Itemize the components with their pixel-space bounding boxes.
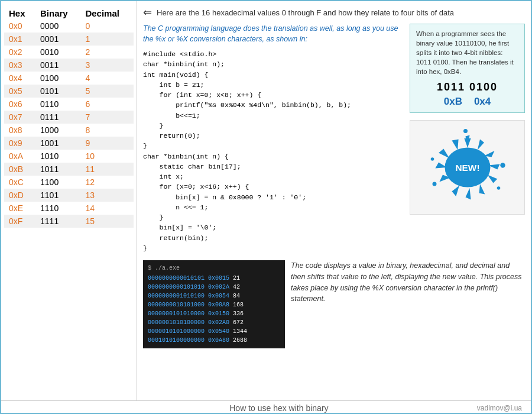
- table-row: 0xD110113: [4, 189, 134, 202]
- table-row: 0xE111014: [4, 202, 134, 215]
- page: Hex Binary Decimal 0x0000000x1000110x200…: [1, 1, 531, 414]
- terminal-line: 0000001010100000 0x02A0 672: [148, 318, 280, 327]
- svg-marker-13: [452, 140, 458, 150]
- header-bar: ⇐ Here are the 16 hexadecimal values 0 t…: [143, 6, 525, 19]
- svg-marker-3: [477, 140, 484, 150]
- nibble-text: When a programmer sees the binary value …: [416, 29, 518, 76]
- terminal-lines: 0000000000010101 0x0015 2100000000001010…: [148, 274, 280, 345]
- table-cell-1-1: 0001: [35, 33, 80, 46]
- table-cell-9-2: 9: [80, 137, 134, 150]
- table-cell-13-1: 1101: [35, 189, 80, 202]
- right-content: ⇐ Here are the 16 hexadecimal values 0 t…: [137, 1, 531, 400]
- table-cell-6-1: 0110: [35, 98, 80, 111]
- code-block: #include <stdio.h> char *binbin(int n); …: [143, 49, 404, 253]
- terminal-line: 0000000001010100 0x0054 84: [148, 292, 280, 300]
- nibble-box: When a programmer sees the binary value …: [410, 24, 525, 113]
- table-cell-11-2: 11: [80, 163, 134, 176]
- terminal-box: $ ./a.exe 0000000000010101 0x0015 210000…: [143, 260, 285, 348]
- table-cell-11-1: 1011: [35, 163, 80, 176]
- svg-marker-9: [452, 186, 459, 196]
- table-cell-8-0: 0x8: [4, 124, 35, 137]
- table-cell-1-0: 0x1: [4, 33, 35, 46]
- code-section: The C programming language does the tran…: [143, 24, 404, 253]
- main-content: Hex Binary Decimal 0x0000000x1000110x200…: [1, 1, 531, 400]
- svg-point-15: [500, 163, 505, 168]
- table-cell-3-2: 3: [80, 59, 134, 72]
- table-cell-8-1: 1000: [35, 124, 80, 137]
- arrow-icon: ⇐: [143, 6, 152, 19]
- footer-title: How to use hex with binary: [81, 403, 477, 413]
- intro-text: The C programming language does the tran…: [143, 24, 404, 44]
- table-cell-1-2: 1: [80, 33, 134, 46]
- table-row: 0x601106: [4, 98, 134, 111]
- table-cell-3-0: 0x3: [4, 59, 35, 72]
- table-cell-12-0: 0xC: [4, 176, 35, 189]
- table-cell-15-1: 1111: [35, 215, 80, 228]
- footer: How to use hex with binary vadimov@i.ua: [1, 400, 531, 414]
- bottom-description: The code displays a value in binary, hex…: [291, 260, 525, 348]
- table-cell-0-1: 0000: [35, 20, 80, 33]
- table-cell-3-1: 0011: [35, 59, 80, 72]
- terminal-line: 0000000000010101 0x0015 21: [148, 274, 280, 283]
- col-header-decimal: Decimal: [80, 7, 134, 20]
- hex-table-section: Hex Binary Decimal 0x0000000x1000110x200…: [1, 1, 137, 400]
- table-cell-5-2: 5: [80, 85, 134, 98]
- table-cell-9-1: 1001: [35, 137, 80, 150]
- table-cell-5-1: 0101: [35, 85, 80, 98]
- table-row: 0xC110012: [4, 176, 134, 189]
- svg-text:NEW!: NEW!: [455, 163, 479, 173]
- table-cell-14-0: 0xE: [4, 202, 35, 215]
- splash-area: NEW!: [410, 120, 525, 215]
- table-cell-2-1: 0010: [35, 46, 80, 59]
- table-cell-5-0: 0x5: [4, 85, 35, 98]
- terminal-line: 0000010101000000 0x0540 1344: [148, 327, 280, 336]
- table-cell-7-0: 0x7: [4, 111, 35, 124]
- table-cell-12-1: 1100: [35, 176, 80, 189]
- table-row: 0x000000: [4, 20, 134, 33]
- table-cell-7-2: 7: [80, 111, 134, 124]
- table-cell-14-2: 14: [80, 202, 134, 215]
- table-row: 0x810008: [4, 124, 134, 137]
- table-row: 0xA101010: [4, 150, 134, 163]
- table-row: 0x501015: [4, 85, 134, 98]
- table-row: 0x300113: [4, 59, 134, 72]
- svg-marker-12: [439, 149, 449, 159]
- table-row: 0xB101111: [4, 163, 134, 176]
- terminal-line: 0000000010101000 0x00A8 168: [148, 300, 280, 309]
- table-cell-13-2: 13: [80, 189, 134, 202]
- table-cell-6-0: 0x6: [4, 98, 35, 111]
- col-header-hex: Hex: [4, 7, 35, 20]
- table-row: 0x910019: [4, 137, 134, 150]
- terminal-line: 0000000000101010 0x002A 42: [148, 283, 280, 292]
- table-cell-2-0: 0x2: [4, 46, 35, 59]
- nibble-hex-b: 0xB: [444, 96, 462, 108]
- table-cell-4-0: 0x4: [4, 72, 35, 85]
- table-cell-8-2: 8: [80, 124, 134, 137]
- table-cell-4-1: 0100: [35, 72, 80, 85]
- table-cell-10-2: 10: [80, 150, 134, 163]
- table-row: 0x401004: [4, 72, 134, 85]
- table-row: 0x701117: [4, 111, 134, 124]
- terminal-prompt: $ ./a.exe: [148, 264, 280, 273]
- table-cell-15-0: 0xF: [4, 215, 35, 228]
- svg-point-17: [432, 182, 436, 186]
- col-header-binary: Binary: [35, 7, 80, 20]
- hex-table: Hex Binary Decimal 0x0000000x1000110x200…: [4, 7, 134, 228]
- nibble-hex: 0xB 0x4: [416, 96, 518, 108]
- top-section: The C programming language does the tran…: [143, 24, 525, 253]
- svg-point-14: [463, 129, 468, 133]
- table-cell-4-2: 4: [80, 72, 134, 85]
- terminal-line: 0000000101010000 0x0150 336: [148, 309, 280, 318]
- svg-point-16: [497, 187, 500, 190]
- terminal-line: 0001010100000000 0x0A80 2688: [148, 336, 280, 345]
- splash-svg: NEW!: [426, 126, 509, 209]
- table-cell-10-0: 0xA: [4, 150, 35, 163]
- table-cell-10-1: 1010: [35, 150, 80, 163]
- table-cell-6-2: 6: [80, 98, 134, 111]
- nibble-hex-4: 0x4: [474, 96, 491, 108]
- svg-marker-8: [465, 188, 471, 200]
- svg-marker-7: [479, 184, 485, 195]
- table-row: 0x100011: [4, 33, 134, 46]
- table-cell-0-2: 0: [80, 20, 134, 33]
- svg-point-18: [430, 158, 434, 161]
